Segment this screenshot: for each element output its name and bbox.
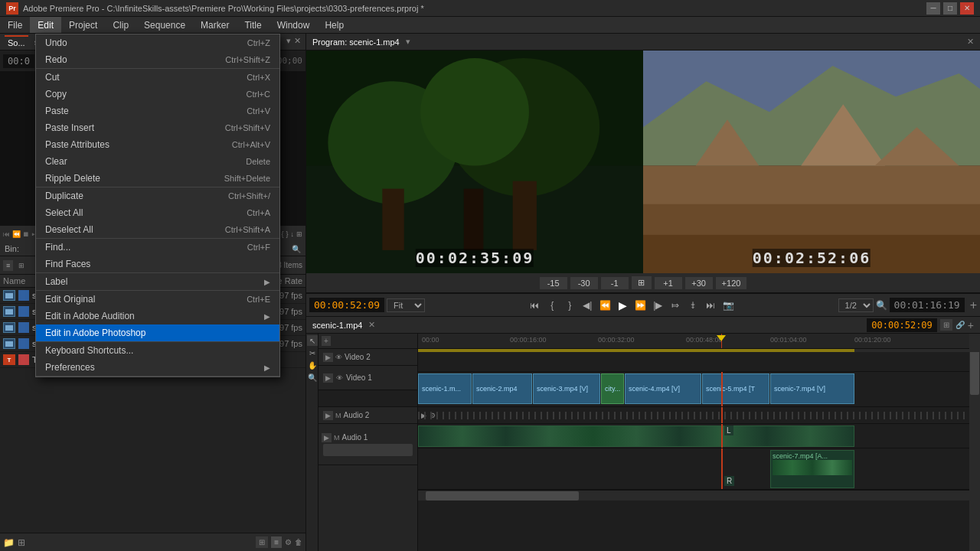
clip-scenic7[interactable]: scenic-7.mp4 [V] bbox=[770, 373, 854, 404]
menu-ripple-delete[interactable]: Ripple Delete Shift+Delete bbox=[36, 170, 279, 187]
timeline-scrollbar[interactable] bbox=[418, 490, 980, 500]
src-btn-mark-out[interactable]: } bbox=[286, 230, 288, 238]
step-fit[interactable]: ⊞ bbox=[632, 276, 652, 289]
menu-undo[interactable]: Undo Ctrl+Z bbox=[36, 34, 279, 51]
step-plus120[interactable]: +120 bbox=[716, 277, 747, 289]
audio1-scenic7-clip[interactable]: scenic-7.mp4 [A... bbox=[770, 450, 854, 488]
new-bin-btn[interactable]: 📁 bbox=[3, 537, 15, 548]
v-scrollbar-thumb[interactable] bbox=[970, 349, 979, 395]
btn-go-end[interactable]: ⏭ bbox=[703, 298, 718, 313]
btn-rewind[interactable]: ⏪ bbox=[597, 298, 612, 313]
v2-toggle[interactable]: ▶ bbox=[323, 353, 333, 362]
btn-go-start[interactable]: ⏮ bbox=[527, 298, 542, 313]
scale-dropdown[interactable]: 1/2 bbox=[838, 298, 874, 312]
new-item-btn[interactable]: ⊞ bbox=[18, 537, 25, 548]
a1-toggle[interactable]: ▶ bbox=[322, 433, 332, 442]
add-video-track[interactable]: + bbox=[322, 336, 331, 346]
clip-scenic2[interactable]: scenic-2.mp4 bbox=[472, 373, 532, 404]
step-minus30[interactable]: -30 bbox=[570, 277, 598, 289]
fit-dropdown[interactable]: Fit bbox=[387, 298, 425, 312]
add-track-btn[interactable]: + bbox=[968, 319, 974, 331]
minimize-button[interactable]: ─ bbox=[926, 2, 940, 15]
v1-toggle[interactable]: ▶ bbox=[323, 373, 333, 383]
vertical-scrollbar[interactable] bbox=[969, 334, 980, 551]
menu-paste[interactable]: Paste Ctrl+V bbox=[36, 103, 279, 119]
menu-file[interactable]: File bbox=[0, 17, 30, 33]
menu-deselect-all[interactable]: Deselect All Ctrl+Shift+A bbox=[36, 221, 279, 238]
source-tab[interactable]: So... bbox=[5, 35, 28, 49]
marker-diamond[interactable] bbox=[717, 335, 726, 341]
btn-play[interactable]: ▶ bbox=[615, 298, 630, 313]
icon-view-btn2[interactable]: ⊞ bbox=[256, 536, 268, 548]
menu-window[interactable]: Window bbox=[270, 17, 318, 33]
menu-clip[interactable]: Clip bbox=[105, 17, 136, 33]
menu-find-faces[interactable]: Find Faces bbox=[36, 256, 279, 272]
src-btn-insert[interactable]: ↓ bbox=[291, 230, 295, 238]
menu-edit-original[interactable]: Edit Original Ctrl+E bbox=[36, 291, 279, 308]
tool-razor[interactable]: ✂ bbox=[307, 347, 318, 358]
menu-preferences[interactable]: Preferences ▶ bbox=[36, 359, 279, 376]
btn-step-forward[interactable]: ⤈ bbox=[685, 298, 701, 313]
clip-scenic5[interactable]: scenic-5.mp4 [T bbox=[702, 373, 769, 404]
btn-prev-edit[interactable]: ◀| bbox=[580, 298, 595, 313]
src-btn-overwrite[interactable]: ⊞ bbox=[296, 230, 302, 238]
menu-label[interactable]: Label ▶ bbox=[36, 273, 279, 290]
link-btn[interactable]: 🔗 bbox=[956, 321, 965, 329]
delete-btn[interactable]: 🗑 bbox=[295, 538, 302, 546]
clip-scenic4[interactable]: scenic-4.mp4 [V] bbox=[625, 373, 701, 404]
menu-redo[interactable]: Redo Ctrl+Shift+Z bbox=[36, 51, 279, 68]
step-plus30[interactable]: +30 bbox=[685, 277, 713, 289]
scrollbar-thumb[interactable] bbox=[426, 491, 579, 500]
tool-zoom[interactable]: 🔍 bbox=[307, 372, 318, 383]
settings-btn[interactable]: ⚙ bbox=[285, 538, 292, 546]
menu-copy[interactable]: Copy Ctrl+C bbox=[36, 86, 279, 103]
snap-btn[interactable]: ⊞ bbox=[940, 319, 952, 331]
menu-paste-insert[interactable]: Paste Insert Ctrl+Shift+V bbox=[36, 119, 279, 136]
tool-hand[interactable]: ✋ bbox=[307, 360, 318, 370]
menu-edit[interactable]: Edit bbox=[30, 17, 61, 33]
menu-cut[interactable]: Cut Ctrl+X bbox=[36, 69, 279, 86]
project-search-icon[interactable]: 🔍 bbox=[292, 245, 301, 253]
clip-scenic3[interactable]: scenic-3.mp4 [V] bbox=[533, 373, 600, 404]
menu-clear[interactable]: Clear Delete bbox=[36, 153, 279, 170]
timeline-timecode[interactable]: 00:00:52:09 bbox=[867, 318, 936, 332]
audio2-clip[interactable] bbox=[418, 425, 854, 447]
audio-fader[interactable] bbox=[323, 444, 413, 456]
add-btn[interactable]: + bbox=[970, 298, 977, 312]
current-timecode[interactable]: 00:00:52:09 bbox=[309, 298, 384, 312]
clip-scenic1[interactable]: scenic-1.m... bbox=[418, 373, 472, 404]
src-btn-mark-in[interactable]: { bbox=[281, 230, 283, 238]
close-button[interactable]: ✕ bbox=[960, 2, 974, 15]
monitor-settings[interactable]: ✕ bbox=[967, 37, 974, 47]
source-close[interactable]: ✕ bbox=[294, 36, 301, 48]
step-minus15[interactable]: -15 bbox=[540, 277, 567, 289]
btn-mark-out[interactable]: ⤇ bbox=[668, 298, 683, 313]
menu-sequence[interactable]: Sequence bbox=[136, 17, 193, 33]
a2-mute[interactable]: M bbox=[335, 412, 341, 419]
menu-find[interactable]: Find... Ctrl+F bbox=[36, 239, 279, 256]
menu-edit-audition[interactable]: Edit in Adobe Audition ▶ bbox=[36, 308, 279, 324]
v2-eye[interactable]: 👁 bbox=[335, 354, 342, 361]
icon-view-btn[interactable]: ⊞ bbox=[15, 260, 28, 271]
timeline-close[interactable]: ✕ bbox=[368, 320, 375, 330]
maximize-button[interactable]: □ bbox=[943, 2, 957, 15]
menu-help[interactable]: Help bbox=[317, 17, 351, 33]
a1-mute[interactable]: M bbox=[334, 434, 340, 442]
btn-mark-in[interactable]: } bbox=[562, 298, 577, 313]
menu-duplicate[interactable]: Duplicate Ctrl+Shift+/ bbox=[36, 187, 279, 204]
list-view-btn[interactable]: ≡ bbox=[3, 260, 13, 271]
list-view-btn2[interactable]: ≡ bbox=[271, 536, 282, 548]
source-dropdown[interactable]: ▾ bbox=[286, 36, 291, 48]
btn-camera[interactable]: 📷 bbox=[720, 298, 736, 313]
zoom-icon[interactable]: 🔍 bbox=[876, 300, 887, 311]
menu-project[interactable]: Project bbox=[61, 17, 105, 33]
menu-title[interactable]: Title bbox=[237, 17, 269, 33]
a2-toggle[interactable]: ▶ bbox=[323, 411, 333, 420]
menu-marker[interactable]: Marker bbox=[193, 17, 237, 33]
clip-city[interactable]: city... bbox=[601, 373, 624, 404]
btn-next-edit[interactable]: |▶ bbox=[650, 298, 665, 313]
btn-step-back[interactable]: { bbox=[544, 298, 560, 313]
v1-eye[interactable]: 👁 bbox=[336, 374, 343, 382]
tool-select[interactable]: ↖ bbox=[307, 335, 318, 346]
program-dropdown[interactable]: ▾ bbox=[406, 37, 410, 47]
